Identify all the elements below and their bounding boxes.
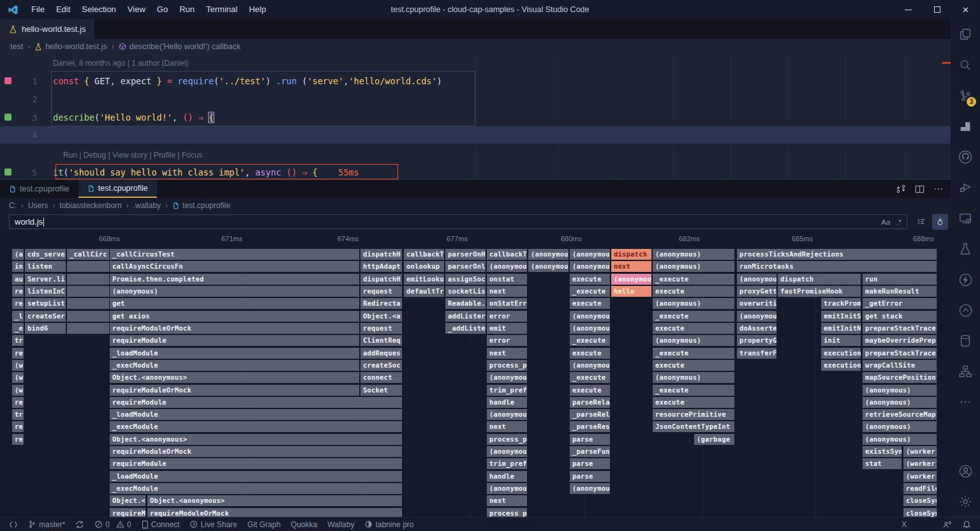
- flame-bar[interactable]: listen: [25, 261, 66, 272]
- flame-bar[interactable]: (anonymou: [528, 261, 568, 272]
- flame-bar[interactable]: hello: [611, 286, 651, 297]
- flame-bar[interactable]: bind6: [25, 323, 66, 334]
- flame-bar[interactable]: Object.<a: [360, 311, 402, 322]
- flame-bar[interactable]: _execute: [653, 311, 734, 322]
- flame-bar[interactable]: (anonymou: [570, 323, 610, 334]
- flame-bar[interactable]: Socket: [360, 385, 402, 396]
- flame-bar[interactable]: trackProm: [821, 298, 861, 309]
- flame-bar[interactable]: _addListe: [445, 323, 486, 334]
- flame-bar[interactable]: Object.<anonymous>: [110, 434, 402, 445]
- flame-bar[interactable]: dispatchH: [360, 249, 402, 260]
- flame-bar[interactable]: _parseRes: [570, 421, 610, 432]
- flame-bar[interactable]: (worker): [903, 458, 937, 469]
- flame-bar[interactable]: mapSourcePosition: [863, 372, 937, 383]
- flame-bar[interactable]: request: [360, 286, 402, 297]
- flame-bar[interactable]: [67, 311, 109, 322]
- flame-bar[interactable]: [67, 261, 109, 272]
- flame-bar[interactable]: _loadModule: [110, 348, 359, 359]
- flame-bar[interactable]: prepareStackTrace: [863, 348, 937, 359]
- flame-bar[interactable]: Server.li: [25, 274, 66, 285]
- flame-bar[interactable]: requireModuleOrMock: [110, 446, 402, 457]
- wallaby-item[interactable]: Wallaby: [322, 518, 359, 531]
- flame-bar[interactable]: httpAdapt: [360, 261, 402, 272]
- flame-bar[interactable]: propertyG: [737, 335, 776, 346]
- flame-bar[interactable]: re: [12, 434, 24, 445]
- flame-bar[interactable]: closeSyn: [903, 495, 937, 506]
- flame-bar[interactable]: ClientReq: [360, 335, 402, 346]
- flame-bar[interactable]: retrieveSourceMap: [863, 409, 937, 420]
- settings-gear-icon[interactable]: [951, 486, 980, 517]
- flame-bar[interactable]: Promise.then.completed: [110, 274, 359, 285]
- flame-bar[interactable]: handle: [487, 471, 527, 482]
- flame-bar[interactable]: onstat: [487, 274, 527, 285]
- flame-bar[interactable]: re: [12, 298, 24, 309]
- account-icon[interactable]: [951, 456, 980, 486]
- flame-bar[interactable]: parserOnl: [445, 261, 486, 272]
- search-icon[interactable]: [951, 50, 980, 80]
- flame-bar[interactable]: (w: [12, 372, 24, 383]
- flame-bar[interactable]: (anonymou: [487, 446, 527, 457]
- flame-bar[interactable]: createSoc: [360, 360, 402, 371]
- flame-bar[interactable]: addReques: [360, 348, 402, 359]
- menu-edit[interactable]: Edit: [50, 0, 76, 19]
- flame-bar[interactable]: (anonymou: [487, 372, 527, 383]
- split-editor-icon[interactable]: [915, 184, 924, 194]
- flame-bar[interactable]: (w: [12, 360, 24, 371]
- flame-bar[interactable]: _loadModule: [110, 471, 402, 482]
- flame-bar[interactable]: (worker): [903, 446, 937, 457]
- flame-bar[interactable]: trim_pref: [487, 458, 527, 469]
- activity-more-icon[interactable]: ⋯: [951, 387, 980, 417]
- flame-bar[interactable]: requireModule: [110, 458, 402, 469]
- flame-bar[interactable]: run: [863, 274, 937, 285]
- menu-help[interactable]: Help: [243, 0, 272, 19]
- flame-bar[interactable]: execute: [570, 348, 610, 359]
- flame-bar[interactable]: setupList: [25, 298, 66, 309]
- flame-bar[interactable]: (anonymous): [653, 298, 734, 309]
- flame-bar[interactable]: prepareStackTrace: [863, 323, 937, 334]
- thunder-client-icon[interactable]: [951, 264, 980, 295]
- flame-bar[interactable]: dispatch: [778, 274, 861, 285]
- regex-button[interactable]: .*: [896, 218, 902, 226]
- flame-bar[interactable]: _execute: [570, 335, 610, 346]
- flame-bar[interactable]: execution: [821, 348, 861, 359]
- flame-bar[interactable]: requireModuleOrMock: [110, 323, 359, 334]
- flame-bar[interactable]: dispatchH: [360, 274, 402, 285]
- flame-bar[interactable]: next: [487, 348, 527, 359]
- flame-bar[interactable]: init: [821, 335, 861, 346]
- profile-blocks-icon[interactable]: [951, 111, 980, 142]
- flame-bar[interactable]: (anonymou: [570, 311, 610, 322]
- flame-bar[interactable]: requireModule: [110, 397, 402, 408]
- flame-bar[interactable]: wrapCallSite: [863, 360, 937, 371]
- flame-bar[interactable]: trim_pref: [487, 385, 527, 396]
- flame-bar[interactable]: process_p: [487, 434, 527, 445]
- wallaby-marker-green[interactable]: [4, 114, 11, 121]
- compare-changes-icon[interactable]: [896, 184, 906, 194]
- github-icon[interactable]: [951, 142, 980, 172]
- menu-file[interactable]: File: [26, 0, 50, 19]
- run-debug-icon[interactable]: [951, 172, 980, 203]
- flame-bar[interactable]: connect: [360, 372, 402, 383]
- flame-bar[interactable]: [67, 274, 109, 285]
- flame-bar[interactable]: requireModuleOrMock: [110, 385, 359, 396]
- flame-bar[interactable]: (anonymou: [487, 409, 527, 420]
- connect-item[interactable]: Connect: [137, 518, 185, 531]
- flame-bar[interactable]: _execModule: [110, 360, 359, 371]
- flame-bar[interactable]: runMicrotasks: [737, 261, 937, 272]
- flame-bar[interactable]: in: [12, 261, 24, 272]
- flame-bar[interactable]: _loadModule: [110, 409, 402, 420]
- flame-bar[interactable]: next: [487, 495, 527, 506]
- restore-button[interactable]: [923, 0, 951, 19]
- flame-bar[interactable]: (anonymous): [653, 261, 734, 272]
- flame-bar[interactable]: dispatch: [611, 249, 651, 260]
- flame-bar[interactable]: _execute: [653, 385, 734, 396]
- flame-bar[interactable]: Object.<anonymous>: [110, 372, 359, 383]
- flame-bar[interactable]: _execute: [653, 348, 734, 359]
- tab-test-cpuprofile-2[interactable]: test.cpuprofile: [78, 180, 157, 198]
- flame-bar[interactable]: addLister: [445, 311, 486, 322]
- flame-bar[interactable]: emit: [487, 323, 527, 334]
- flame-view-icon[interactable]: [932, 214, 948, 230]
- panel-more-icon[interactable]: ⋯: [933, 183, 943, 195]
- tabnine-item[interactable]: tabnine pro: [359, 518, 419, 531]
- flame-bar[interactable]: (worker): [903, 471, 937, 482]
- flame-bar[interactable]: execution: [821, 360, 861, 371]
